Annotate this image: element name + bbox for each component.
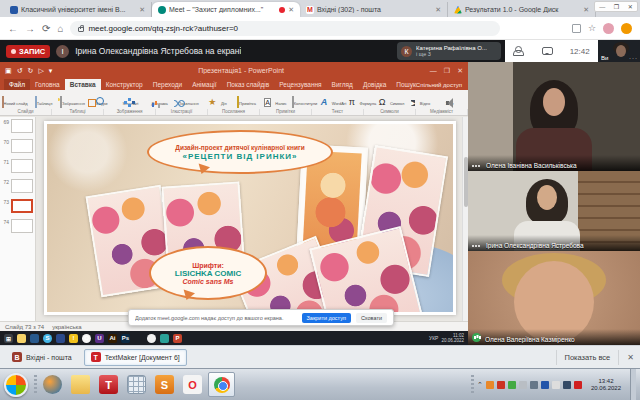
taskbar-clock[interactable]: 13:42 20.06.2022	[585, 378, 627, 392]
presenter-taskbar-icon[interactable]: Ps	[121, 334, 130, 343]
presenter-taskbar-icon[interactable]: P	[173, 334, 182, 343]
ribbon-button[interactable]: SmartArt	[116, 91, 145, 109]
show-desktop-button[interactable]	[630, 369, 636, 400]
ribbon-button[interactable]: π Формула	[348, 91, 377, 109]
tray-icon[interactable]	[552, 381, 560, 389]
ribbon-tab[interactable]: Вставка	[65, 79, 101, 90]
quick-launch-icon[interactable]: S	[155, 375, 174, 394]
presenter-taskbar-icon[interactable]: S	[43, 334, 52, 343]
ribbon-tab[interactable]: Конструктор	[101, 79, 148, 90]
participant-video-tile[interactable]: Олена Іванівна Васильківська	[468, 62, 640, 171]
ribbon-button[interactable]: ▶ Відео	[406, 91, 435, 109]
presenter-taskbar-icon[interactable]: ⊞	[4, 334, 13, 343]
bookmark-star-icon[interactable]: ☆	[588, 23, 596, 33]
quick-launch-icon[interactable]: T	[99, 375, 118, 394]
browser-tab[interactable]: Результати 1.0 - Google Диск ✕	[448, 2, 596, 17]
hide-share-bar-button[interactable]: Сховати	[356, 313, 387, 323]
quick-launch-icon[interactable]	[71, 375, 90, 394]
presenter-taskbar-icon[interactable]: Ai	[108, 334, 117, 343]
tray-icon[interactable]	[530, 381, 538, 389]
presenter-taskbar-icon[interactable]	[17, 334, 26, 343]
share-button[interactable]: Спільний доступ	[416, 79, 468, 90]
tab-close-icon[interactable]: ✕	[288, 6, 294, 14]
tray-icon[interactable]	[519, 381, 527, 389]
ribbon-button[interactable]: Таблиця	[29, 91, 58, 109]
tray-icon[interactable]	[574, 381, 582, 389]
slide-thumbnail[interactable]: 69	[2, 119, 33, 133]
presenter-taskbar-icon[interactable]	[160, 334, 169, 343]
presenter-language-indicator[interactable]: УКР	[429, 335, 438, 341]
ribbon-tab[interactable]: Файл	[4, 79, 30, 90]
participant-video-tile[interactable]: Ірина Олександрівна Ястребова	[468, 171, 640, 251]
ribbon-tab[interactable]: Переходи	[148, 79, 187, 90]
stop-sharing-button[interactable]: Закрити доступ	[302, 313, 351, 323]
profile-avatar[interactable]	[603, 23, 614, 34]
ribbon-tab[interactable]: Вигляд	[327, 79, 358, 90]
tray-expand-icon[interactable]: ⌃	[477, 381, 483, 389]
ribbon-button[interactable]: Зображення	[58, 91, 87, 109]
slide-thumbnail[interactable]: 70	[2, 139, 33, 153]
back-icon[interactable]: ←	[8, 23, 18, 34]
tray-icon[interactable]	[541, 381, 549, 389]
self-video-tile[interactable]: Ви ···	[598, 40, 640, 62]
forward-icon[interactable]: →	[25, 23, 35, 34]
tray-icon[interactable]	[497, 381, 505, 389]
browser-tab[interactable]: M Вхідні (302) - пошта ✕	[300, 2, 448, 17]
tab-close-icon[interactable]: ✕	[583, 6, 589, 14]
quick-launch-icon[interactable]	[43, 375, 62, 394]
presenter-taskbar-icon[interactable]: U	[95, 334, 104, 343]
ribbon-tab[interactable]: Анімації	[187, 79, 221, 90]
close-strip-icon[interactable]: ✕	[627, 353, 634, 362]
slide-thumbnail[interactable]: 74	[2, 219, 33, 233]
ppt-close-icon[interactable]: ✕	[457, 67, 463, 75]
ribbon-button[interactable]: Колонтитули	[290, 91, 319, 109]
window-button[interactable]: В Вхідні - пошта	[6, 349, 78, 366]
tray-icon[interactable]	[563, 381, 571, 389]
ppt-minimize-icon[interactable]: —	[430, 67, 437, 75]
slide-thumbnail[interactable]: 72	[2, 179, 33, 193]
ribbon-button[interactable]: Новий слайд	[0, 91, 29, 109]
minimize-icon[interactable]: —	[599, 4, 605, 10]
slide-thumbnail[interactable]: 73	[2, 199, 33, 213]
ribbon-tab[interactable]: Рецензування	[274, 79, 326, 90]
reload-icon[interactable]: ⟳	[42, 23, 50, 34]
presenter-taskbar-icon[interactable]	[56, 334, 65, 343]
start-button[interactable]	[4, 373, 28, 397]
quick-access-icon[interactable]: ↺	[17, 67, 23, 75]
ribbon-button[interactable]: А WordArt	[319, 91, 348, 109]
presenter-taskbar-icon[interactable]	[134, 334, 143, 343]
ribbon-button[interactable]: Посилання	[174, 91, 203, 109]
tray-icon[interactable]	[508, 381, 516, 389]
ribbon-button[interactable]: ★ Дія	[203, 91, 232, 109]
tab-close-icon[interactable]: ✕	[435, 6, 441, 14]
window-button[interactable]: T TextMaker [Документ 6]	[84, 349, 187, 366]
browser-tab[interactable]: Meet – "Захист дипломних..." ✕	[152, 2, 300, 17]
quick-launch-icon[interactable]	[127, 375, 146, 394]
chat-icon[interactable]	[542, 47, 553, 55]
ribbon-tab[interactable]: Довідка	[358, 79, 391, 90]
language-indicator[interactable]: українська	[52, 324, 82, 330]
ribbon-button[interactable]: Звук	[435, 91, 464, 109]
maximize-icon[interactable]: ❐	[614, 3, 619, 10]
self-menu-icon[interactable]: ···	[629, 55, 638, 61]
tab-close-icon[interactable]: ✕	[139, 6, 145, 14]
participants-icon[interactable]	[513, 46, 525, 56]
close-icon[interactable]: ✕	[628, 3, 633, 10]
presenter-taskbar-icon[interactable]	[30, 334, 39, 343]
browser-tab[interactable]: Класичний університет імені В... ✕	[4, 2, 152, 17]
ribbon-button[interactable]: Примітка	[232, 91, 261, 109]
ribbon-button[interactable]: Ω Символ	[377, 91, 406, 109]
ppt-restore-icon[interactable]: ❐	[444, 67, 450, 75]
quick-access-icon[interactable]: ↻	[28, 67, 34, 75]
presenter-taskbar-icon[interactable]: O	[82, 334, 91, 343]
ribbon-button[interactable]: Фігури	[87, 91, 116, 109]
quick-access-icon[interactable]: ▣	[5, 67, 12, 75]
ribbon-tab[interactable]: Показ слайдів	[222, 79, 275, 90]
presenter-taskbar-icon[interactable]: !	[69, 334, 78, 343]
url-input[interactable]: meet.google.com/qtq-zsjn-rck?authuser=0	[70, 21, 500, 36]
presenter-taskbar-icon[interactable]	[147, 334, 156, 343]
participants-chip[interactable]: К Катерина Рафаїлівна О... і ще 3	[397, 42, 501, 60]
active-chrome-task[interactable]	[208, 372, 235, 397]
account-dot-icon[interactable]	[621, 23, 632, 34]
show-all-downloads-button[interactable]: Показать все	[556, 350, 620, 365]
